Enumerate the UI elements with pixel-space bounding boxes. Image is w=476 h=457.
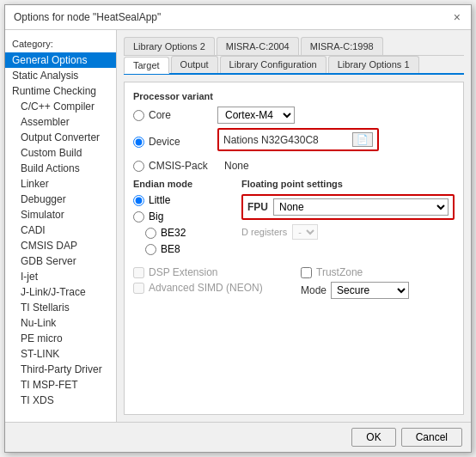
simd-checkbox[interactable] xyxy=(133,283,144,294)
cmsis-radio[interactable] xyxy=(133,161,144,172)
mode-label: Mode xyxy=(301,284,326,296)
fpu-label: FPU xyxy=(247,201,268,213)
endian-big-radio[interactable] xyxy=(133,211,144,222)
sidebar-item-pe-micro[interactable]: PE micro xyxy=(5,331,116,346)
content-area: Processor variant Core Cortex-M4 Device … xyxy=(124,82,464,415)
tab-misra-2004[interactable]: MISRA-C:2004 xyxy=(217,37,299,55)
sidebar-item-i-jet[interactable]: I-jet xyxy=(5,269,116,284)
sidebar-item-ti-stellaris[interactable]: TI Stellaris xyxy=(5,300,116,315)
trustzone-label: TrustZone xyxy=(316,266,363,278)
sidebar-item-assembler[interactable]: Assembler xyxy=(5,114,116,130)
cmsis-row: CMSIS-Pack None xyxy=(133,160,455,172)
fpu-row: FPU None VFPv4 VFPv5 xyxy=(241,194,455,220)
sidebar-item-simulator[interactable]: Simulator xyxy=(5,207,116,222)
sidebar-item-build-actions[interactable]: Build Actions xyxy=(5,161,116,176)
core-row: Core Cortex-M4 xyxy=(133,107,455,124)
cmsis-value: None xyxy=(224,160,249,172)
endian-be8-label: BE8 xyxy=(161,243,180,255)
main-panel: Library Options 2 MISRA-C:2004 MISRA-C:1… xyxy=(117,30,471,422)
ok-button[interactable]: OK xyxy=(351,428,395,447)
endian-little-label: Little xyxy=(149,194,170,206)
endian-big-row: Big xyxy=(133,210,228,222)
d-registers-label: D registers xyxy=(241,227,287,237)
endian-col: Endian mode Little Big BE32 xyxy=(133,179,228,259)
endian-be32-label: BE32 xyxy=(161,227,186,239)
device-label: Device xyxy=(149,136,217,148)
mode-row: Mode Secure Non-Secure xyxy=(301,282,455,299)
sidebar-item-gdb-server[interactable]: GDB Server xyxy=(5,253,116,269)
device-value-row: 📄 xyxy=(217,128,379,151)
fpu-select[interactable]: None VFPv4 VFPv5 xyxy=(273,198,449,216)
mode-select[interactable]: Secure Non-Secure xyxy=(331,282,409,299)
dialog-footer: OK Cancel xyxy=(5,422,471,452)
tabs-row2: Target Output Library Configuration Libr… xyxy=(124,56,464,75)
cancel-button[interactable]: Cancel xyxy=(401,428,462,447)
trustzone-row: TrustZone xyxy=(301,266,455,278)
cmsis-label: CMSIS-Pack xyxy=(149,160,217,172)
endian-title: Endian mode xyxy=(133,179,228,189)
tab-target[interactable]: Target xyxy=(124,57,169,74)
simd-label: Advanced SIMD (NEON) xyxy=(149,282,263,294)
tabs-row1: Library Options 2 MISRA-C:2004 MISRA-C:1… xyxy=(124,37,464,56)
sidebar-item-cadi[interactable]: CADI xyxy=(5,222,116,238)
sidebar-item-ti-xds[interactable]: TI XDS xyxy=(5,393,116,408)
sidebar-item-custom-build[interactable]: Custom Build xyxy=(5,145,116,161)
sidebar-item-st-link[interactable]: ST-LINK xyxy=(5,346,116,362)
sidebar-item-runtime-checking[interactable]: Runtime Checking xyxy=(5,83,116,99)
sidebar-item-cmsis-dap[interactable]: CMSIS DAP xyxy=(5,238,116,253)
endian-be8-radio[interactable] xyxy=(145,244,156,255)
bottom-section: DSP Extension Advanced SIMD (NEON) Trust… xyxy=(133,266,455,299)
category-label: Category: xyxy=(5,37,116,52)
tab-library-options-1[interactable]: Library Options 1 xyxy=(328,56,419,73)
device-input[interactable] xyxy=(223,134,352,146)
d-registers-select[interactable]: - xyxy=(292,224,318,240)
sidebar-item-output-converter[interactable]: Output Converter xyxy=(5,130,116,145)
dsp-row: DSP Extension xyxy=(133,266,287,278)
dsp-label: DSP Extension xyxy=(149,266,218,278)
simd-row: Advanced SIMD (NEON) xyxy=(133,282,287,294)
fp-col: Floating point settings FPU None VFPv4 V… xyxy=(241,179,455,259)
core-dropdown[interactable]: Cortex-M4 xyxy=(217,107,295,124)
device-browse-button[interactable]: 📄 xyxy=(352,132,373,147)
sidebar-item-c-c-compiler[interactable]: C/C++ Compiler xyxy=(5,99,116,114)
endian-little-row: Little xyxy=(133,194,228,206)
processor-section-title: Processor variant xyxy=(133,91,455,101)
close-button[interactable]: × xyxy=(452,10,462,24)
tab-misra-1998[interactable]: MISRA-C:1998 xyxy=(301,37,383,55)
endian-big-label: Big xyxy=(149,210,163,222)
dialog-body: Category: General OptionsStatic Analysis… xyxy=(5,30,471,422)
endian-little-radio[interactable] xyxy=(133,195,144,206)
trustzone-col: TrustZone Mode Secure Non-Secure xyxy=(301,266,455,299)
dsp-checkbox[interactable] xyxy=(133,267,144,278)
trustzone-checkbox[interactable] xyxy=(301,267,312,278)
endian-be8-row: BE8 xyxy=(133,243,228,255)
sidebar-item-static-analysis[interactable]: Static Analysis xyxy=(5,68,116,83)
sidebar-item-general-options[interactable]: General Options xyxy=(5,52,116,68)
tab-library-configuration[interactable]: Library Configuration xyxy=(220,56,326,73)
endian-be32-row: BE32 xyxy=(133,227,228,239)
tab-output[interactable]: Output xyxy=(171,56,218,73)
sidebar-item-third-party-driver[interactable]: Third-Party Driver xyxy=(5,362,116,377)
core-label: Core xyxy=(149,109,217,121)
d-registers-row: D registers - xyxy=(241,224,455,240)
fp-title: Floating point settings xyxy=(241,179,455,189)
sidebar: Category: General OptionsStatic Analysis… xyxy=(5,30,117,422)
two-col-section: Endian mode Little Big BE32 xyxy=(133,179,455,259)
sidebar-item-debugger[interactable]: Debugger xyxy=(5,192,116,207)
core-radio[interactable] xyxy=(133,110,144,121)
title-bar: Options for node "HeatSealApp" × xyxy=(5,5,471,30)
sidebar-item-nu-link[interactable]: Nu-Link xyxy=(5,315,116,331)
dsp-col: DSP Extension Advanced SIMD (NEON) xyxy=(133,266,287,299)
sidebar-item-j-link-j-trace[interactable]: J-Link/J-Trace xyxy=(5,284,116,300)
tab-library-options-2[interactable]: Library Options 2 xyxy=(124,37,215,55)
sidebar-item-linker[interactable]: Linker xyxy=(5,176,116,192)
dialog-title: Options for node "HeatSealApp" xyxy=(14,11,161,23)
device-row: Device 📄 xyxy=(133,128,455,155)
endian-be32-radio[interactable] xyxy=(145,228,156,239)
dialog: Options for node "HeatSealApp" × Categor… xyxy=(4,4,472,453)
device-radio[interactable] xyxy=(133,137,144,148)
sidebar-item-ti-msp-fet[interactable]: TI MSP-FET xyxy=(5,377,116,393)
